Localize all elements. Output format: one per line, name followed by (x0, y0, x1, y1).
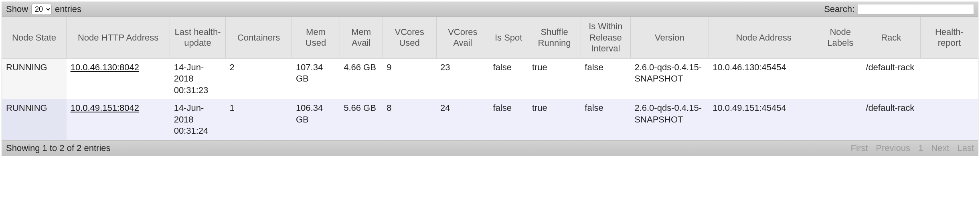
col-rack[interactable]: Rack (862, 17, 920, 58)
col-health-report[interactable]: Health-report (920, 17, 978, 58)
cell-mem-used: 107.34 GB (292, 58, 340, 99)
page-number[interactable]: 1 (918, 143, 923, 153)
cell-mem-used: 106.34 GB (292, 99, 340, 140)
page-last[interactable]: Last (957, 143, 974, 153)
cell-within: false (581, 99, 630, 140)
col-mem-avail[interactable]: Mem Avail (340, 17, 383, 58)
cell-rack: /default-rack (862, 99, 920, 140)
cell-state: RUNNING (2, 58, 67, 99)
cell-mem-avail: 5.66 GB (340, 99, 383, 140)
table-info: Showing 1 to 2 of 2 entries (6, 143, 111, 153)
botbar: Showing 1 to 2 of 2 entries First Previo… (2, 140, 978, 156)
cell-address: 10.0.46.130:45454 (709, 58, 819, 99)
table-row: RUNNING 10.0.46.130:8042 14-Jun-2018 00:… (2, 58, 978, 99)
entries-select[interactable]: 20 (31, 4, 52, 15)
cell-address: 10.0.49.151:45454 (709, 99, 819, 140)
table-row: RUNNING 10.0.49.151:8042 14-Jun-2018 00:… (2, 99, 978, 140)
page-next[interactable]: Next (931, 143, 949, 153)
cell-shuffle: true (528, 99, 581, 140)
node-http-link[interactable]: 10.0.49.151:8042 (71, 103, 139, 113)
col-containers[interactable]: Containers (225, 17, 292, 58)
cell-is-spot: false (489, 58, 528, 99)
pager: First Previous 1 Next Last (851, 143, 974, 153)
col-vcores-used[interactable]: VCores Used (383, 17, 436, 58)
col-node-state[interactable]: Node State (2, 17, 67, 58)
page-first[interactable]: First (851, 143, 868, 153)
col-node-http-address[interactable]: Node HTTP Address (67, 17, 170, 58)
search-control: Search: (824, 4, 974, 14)
col-is-spot[interactable]: Is Spot (489, 17, 528, 58)
col-vcores-avail[interactable]: VCores Avail (436, 17, 489, 58)
col-version[interactable]: Version (630, 17, 709, 58)
datatable-wrapper: Show 20 entries Search: Node State Node … (2, 2, 978, 156)
cell-state: RUNNING (2, 99, 67, 140)
cell-version: 2.6.0-qds-0.4.15-SNAPSHOT (630, 99, 709, 140)
col-shuffle-running[interactable]: Shuffle Running (528, 17, 581, 58)
col-last-health-update[interactable]: Last health-update (170, 17, 226, 58)
cell-rack: /default-rack (862, 58, 920, 99)
cell-containers: 1 (225, 99, 292, 140)
col-mem-used[interactable]: Mem Used (292, 17, 340, 58)
cell-health: 14-Jun-2018 00:31:24 (170, 99, 226, 140)
nodes-table: Node State Node HTTP Address Last health… (2, 17, 978, 140)
cell-report (920, 99, 978, 140)
cell-vc-avail: 24 (436, 99, 489, 140)
col-is-within-release-interval[interactable]: Is Within Release Interval (581, 17, 630, 58)
cell-vc-used: 9 (383, 58, 436, 99)
cell-version: 2.6.0-qds-0.4.15-SNAPSHOT (630, 58, 709, 99)
cell-health: 14-Jun-2018 00:31:23 (170, 58, 226, 99)
col-node-address[interactable]: Node Address (709, 17, 819, 58)
show-label: Show (6, 4, 28, 14)
cell-vc-used: 8 (383, 99, 436, 140)
topbar: Show 20 entries Search: (2, 2, 978, 17)
node-http-link[interactable]: 10.0.46.130:8042 (71, 62, 139, 72)
cell-shuffle: true (528, 58, 581, 99)
header-row: Node State Node HTTP Address Last health… (2, 17, 978, 58)
search-input[interactable] (858, 4, 974, 14)
col-node-labels[interactable]: Node Labels (819, 17, 862, 58)
cell-is-spot: false (489, 99, 528, 140)
cell-report (920, 58, 978, 99)
cell-labels (819, 58, 862, 99)
cell-mem-avail: 4.66 GB (340, 58, 383, 99)
cell-vc-avail: 23 (436, 58, 489, 99)
search-label: Search: (824, 4, 854, 14)
entries-label: entries (55, 4, 81, 14)
cell-containers: 2 (225, 58, 292, 99)
cell-within: false (581, 58, 630, 99)
length-control: Show 20 entries (6, 4, 81, 15)
cell-labels (819, 99, 862, 140)
page-previous[interactable]: Previous (876, 143, 910, 153)
